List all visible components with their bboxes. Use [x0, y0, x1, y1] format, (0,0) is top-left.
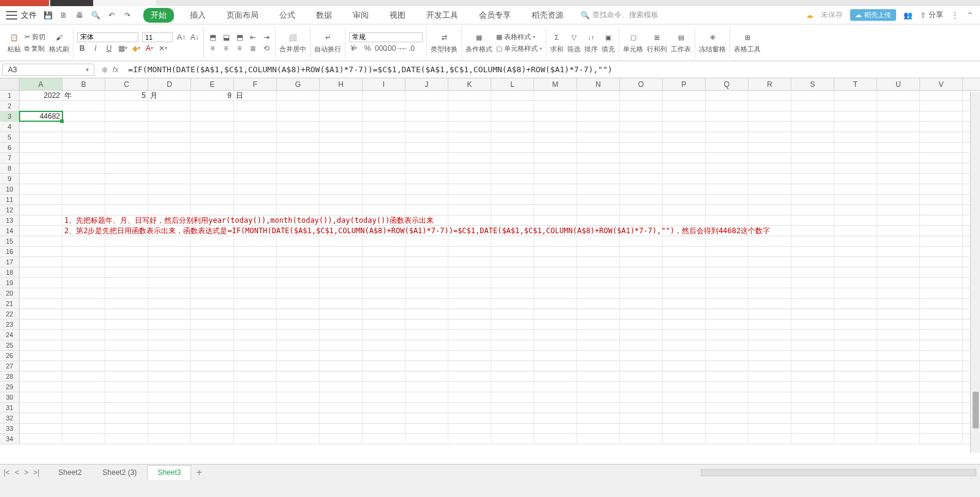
cell-R5[interactable]: [748, 132, 791, 142]
name-box[interactable]: A3 ▾: [2, 64, 94, 76]
cell-R30[interactable]: [748, 392, 791, 402]
cell-E4[interactable]: [191, 122, 234, 132]
cell-O9[interactable]: [620, 174, 663, 184]
cell-N5[interactable]: [577, 132, 620, 142]
cell-E34[interactable]: [191, 434, 234, 444]
cell-C27[interactable]: [105, 361, 148, 371]
cell-T20[interactable]: [834, 288, 877, 298]
row-header-12[interactable]: 12: [0, 205, 20, 215]
cell-O31[interactable]: [620, 403, 663, 413]
cell-M16[interactable]: [534, 247, 577, 256]
col-header-O[interactable]: O: [620, 78, 663, 90]
cell-S33[interactable]: [791, 424, 834, 433]
cell-O2[interactable]: [620, 101, 663, 111]
cell-V24[interactable]: [920, 330, 963, 340]
cell-V29[interactable]: [920, 382, 963, 392]
cell-G8[interactable]: [277, 163, 320, 173]
cell-L5[interactable]: [491, 132, 534, 142]
cell-U2[interactable]: [877, 101, 920, 111]
row-header-19[interactable]: 19: [0, 278, 20, 288]
col-header-U[interactable]: U: [877, 78, 920, 90]
cell-O5[interactable]: [620, 132, 663, 142]
cell-G27[interactable]: [277, 361, 320, 371]
cell-C22[interactable]: [105, 309, 148, 319]
cell-E11[interactable]: [191, 195, 234, 204]
vertical-scrollbar[interactable]: [970, 92, 980, 453]
cell-L30[interactable]: [491, 392, 534, 402]
cell-H6[interactable]: [320, 143, 363, 152]
cell-G10[interactable]: [277, 184, 320, 194]
decrease-font-icon[interactable]: A↓: [190, 32, 200, 42]
cell-G30[interactable]: [277, 392, 320, 402]
cell-F12[interactable]: [234, 205, 277, 215]
cell-D23[interactable]: [148, 320, 191, 329]
cell-E1[interactable]: 9: [191, 91, 234, 100]
cell-Q15[interactable]: [706, 236, 748, 246]
cell-U7[interactable]: [877, 153, 920, 163]
col-header-V[interactable]: V: [920, 78, 963, 90]
row-header-10[interactable]: 10: [0, 184, 20, 194]
cell-M1[interactable]: [534, 91, 577, 100]
cell-P5[interactable]: [663, 132, 706, 142]
cell-V13[interactable]: [920, 215, 963, 225]
cell-H34[interactable]: [320, 434, 363, 444]
cell-A28[interactable]: [20, 372, 62, 381]
cell-Q20[interactable]: [706, 288, 748, 298]
cell-F27[interactable]: [234, 361, 277, 371]
cell-P31[interactable]: [663, 403, 706, 413]
align-right-icon[interactable]: ≡: [235, 43, 244, 53]
cell-U32[interactable]: [877, 413, 920, 423]
cell-Q13[interactable]: [706, 215, 748, 225]
row-header-27[interactable]: 27: [0, 361, 20, 371]
cell-U18[interactable]: [877, 267, 920, 277]
cell-S21[interactable]: [791, 299, 834, 308]
cell-K20[interactable]: [448, 288, 491, 298]
cell-O26[interactable]: [620, 351, 663, 361]
bold-button[interactable]: B: [77, 43, 87, 53]
cell-E19[interactable]: [191, 278, 234, 288]
cell-F16[interactable]: [234, 247, 277, 256]
cell-E28[interactable]: [191, 372, 234, 381]
cell-T12[interactable]: [834, 205, 877, 215]
row-header-32[interactable]: 32: [0, 413, 20, 423]
cell-E16[interactable]: [191, 247, 234, 256]
fx-icon[interactable]: fx: [113, 65, 118, 74]
cell-R26[interactable]: [748, 351, 791, 361]
cell-N27[interactable]: [577, 361, 620, 371]
cell-A27[interactable]: [20, 361, 62, 371]
cell-L28[interactable]: [491, 372, 534, 381]
cell-N13[interactable]: [577, 215, 620, 225]
cell-S15[interactable]: [791, 236, 834, 246]
cell-C31[interactable]: [105, 403, 148, 413]
cell-B1[interactable]: 年: [62, 91, 105, 100]
cell-K25[interactable]: [448, 340, 491, 350]
cell-O10[interactable]: [620, 184, 663, 194]
cell-T32[interactable]: [834, 413, 877, 423]
cell-H22[interactable]: [320, 309, 363, 319]
cell-Q27[interactable]: [706, 361, 748, 371]
cell-S11[interactable]: [791, 195, 834, 204]
cell-T13[interactable]: [834, 215, 877, 225]
cell-G18[interactable]: [277, 267, 320, 277]
cell-M10[interactable]: [534, 184, 577, 194]
col-header-A[interactable]: A: [20, 78, 62, 90]
cell-L27[interactable]: [491, 361, 534, 371]
cell-A7[interactable]: [20, 153, 62, 163]
cell-Q23[interactable]: [706, 320, 748, 329]
cell-F28[interactable]: [234, 372, 277, 381]
cell-D18[interactable]: [148, 267, 191, 277]
row-header-13[interactable]: 13: [0, 215, 20, 225]
file-menu[interactable]: 文件: [21, 10, 37, 21]
cell-N19[interactable]: [577, 278, 620, 288]
cell-T1[interactable]: [834, 91, 877, 100]
cell-E18[interactable]: [191, 267, 234, 277]
cell-I11[interactable]: [363, 195, 405, 204]
cell-H10[interactable]: [320, 184, 363, 194]
cell-O27[interactable]: [620, 361, 663, 371]
cell-M22[interactable]: [534, 309, 577, 319]
col-header-P[interactable]: P: [663, 78, 706, 90]
cell-S27[interactable]: [791, 361, 834, 371]
cell-G16[interactable]: [277, 247, 320, 256]
cell-N6[interactable]: [577, 143, 620, 152]
cell-Q17[interactable]: [706, 257, 748, 267]
